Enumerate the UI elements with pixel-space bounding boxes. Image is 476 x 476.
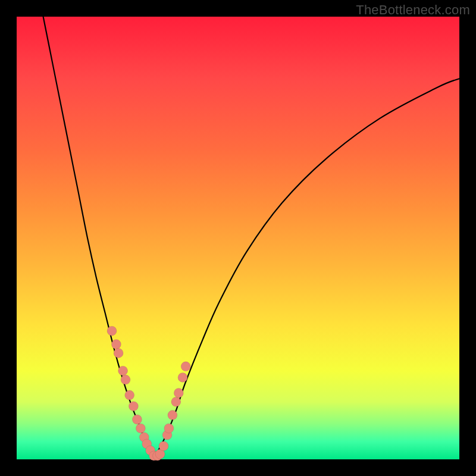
marker-point [111,340,121,349]
marker-point [181,362,190,371]
marker-point [129,402,138,411]
marker-point [178,372,187,382]
marker-point [171,397,181,406]
marker-point [174,388,183,397]
marker-point [164,424,174,433]
marker-group [107,326,190,461]
marker-point [168,411,177,420]
marker-point [107,326,117,336]
marker-point [159,441,168,451]
left-curve [43,17,154,457]
marker-point [125,390,134,400]
right-curve [154,79,459,457]
marker-point [132,415,142,424]
marker-point [114,348,123,358]
chart-frame: TheBottleneck.com [0,0,476,476]
chart-svg [17,17,459,459]
plot-area [17,17,459,459]
marker-point [136,424,145,433]
watermark-text: TheBottleneck.com [356,2,470,18]
marker-point [118,366,128,375]
marker-point [121,375,130,384]
